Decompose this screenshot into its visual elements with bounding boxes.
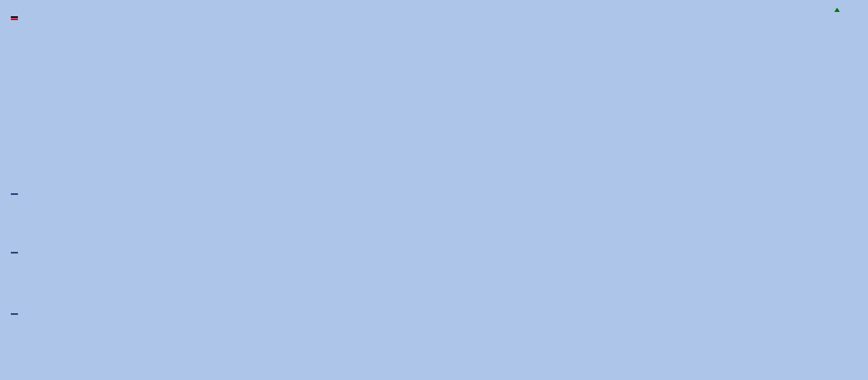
- price-line-swatch-icon: [11, 16, 18, 18]
- change-up-arrow-icon: [834, 8, 840, 12]
- kst-line-swatch-icon: [11, 193, 18, 195]
- kst-line-swatch-icon: [11, 252, 18, 254]
- legend-row-ma: [11, 18, 21, 20]
- legend-row-price: [11, 16, 21, 18]
- quote-summary: [813, 8, 840, 12]
- ma-line-swatch-icon: [11, 18, 18, 20]
- main-panel-legend: [11, 16, 21, 21]
- chart-canvas: [0, 0, 868, 380]
- intermediate-kst-legend: [11, 252, 26, 254]
- short-kst-legend: [11, 193, 26, 195]
- kst-line-swatch-icon: [11, 313, 18, 315]
- long-kst-legend: [11, 313, 26, 315]
- stockcharts-chart-page: [0, 0, 868, 380]
